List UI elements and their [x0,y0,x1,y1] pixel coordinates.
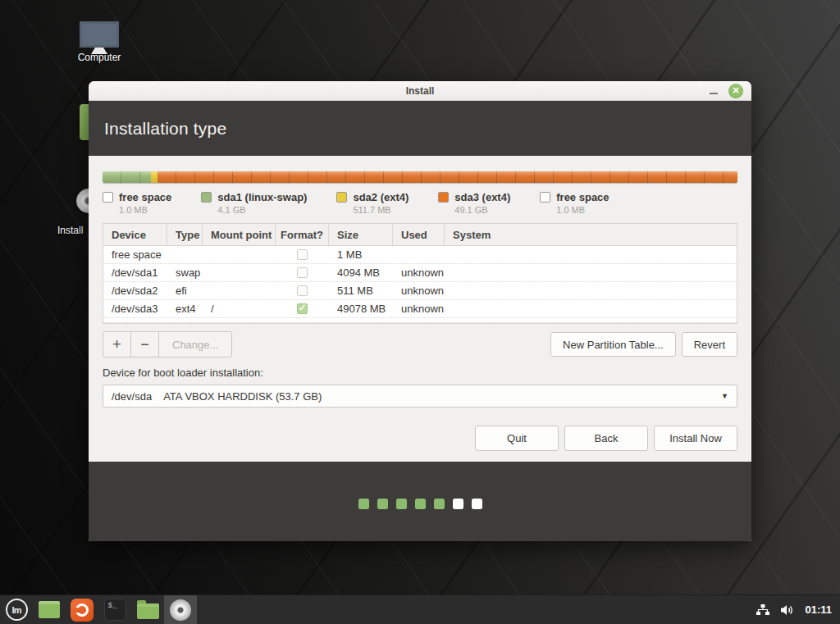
new-partition-table-button[interactable]: New Partition Table... [550,332,676,357]
legend-label: free space [119,191,171,203]
cell-device: /dev/sda3 [103,303,167,315]
boot-device-description: ATA VBOX HARDDISK (53.7 GB) [163,390,322,403]
legend-label: sda2 (ext4) [353,191,409,203]
cell-type: swap [167,266,203,279]
cell-type: ext4 [167,303,203,315]
cell-used: unknown [393,285,445,297]
cell-mount: / [203,303,276,315]
col-system: System [445,224,737,245]
window-title: Install [89,85,751,97]
toolbar-right: New Partition Table... Revert [550,332,737,357]
window-content: free space 1.0 MB sda1 (linux-swap) 4.1 … [89,156,751,462]
format-checkbox[interactable] [297,267,308,278]
progress-dot [472,499,482,509]
back-button[interactable]: Back [564,426,648,451]
cell-device: free space [103,248,167,261]
progress-dot [453,499,463,509]
remove-partition-button[interactable]: − [131,332,159,357]
table-row[interactable]: /dev/sda1 swap 4094 MB unknown [103,264,737,282]
volume-icon[interactable] [780,604,795,617]
window-titlebar[interactable]: Install ✕ [89,81,751,101]
cell-used: unknown [393,266,445,279]
show-desktop-icon [39,601,60,618]
show-desktop-button[interactable] [33,595,66,624]
progress-dot [377,499,388,509]
partition-toolbar: + − Change... New Partition Table... Rev… [103,331,737,358]
format-checkbox[interactable] [297,285,308,296]
partition-table: Device Type Mount point Format? Size Use… [103,223,737,324]
legend-size: 4.1 GB [217,205,307,215]
taskbar-clock[interactable]: 01:11 [805,604,832,616]
progress-dots [358,499,482,509]
taskbar: lm $_ [0,594,840,624]
col-size: Size [329,224,393,245]
partition-segment-sda3 [158,171,737,183]
add-partition-button[interactable]: + [103,332,131,357]
action-buttons: Quit Back Install Now [103,426,737,451]
installer-taskbar-item[interactable] [164,595,197,624]
cell-device: /dev/sda2 [103,285,167,297]
legend-item: sda1 (linux-swap) 4.1 GB [201,191,307,215]
quit-button[interactable]: Quit [475,426,559,451]
progress-dot [396,499,407,509]
format-checkbox[interactable] [297,249,308,260]
progress-dot [415,499,426,509]
network-icon[interactable] [756,604,770,617]
change-partition-button[interactable]: Change... [159,332,231,357]
col-used: Used [393,224,445,245]
boot-loader-label: Device for boot loader installation: [103,367,737,379]
folder-icon [137,604,159,619]
legend-label: sda3 (ext4) [454,191,510,203]
legend-label: free space [556,191,609,203]
install-icon-label: Install [57,225,83,236]
col-type: Type [167,224,203,245]
legend-item: free space 1.0 MB [103,191,171,215]
table-row[interactable]: /dev/sda3 ext4 / 49078 MB unknown [103,300,737,318]
firefox-launcher[interactable] [66,595,98,624]
install-now-button[interactable]: Install Now [654,426,737,451]
cell-type: efi [167,285,203,297]
table-row-partial [103,318,737,323]
files-launcher[interactable] [131,595,164,624]
legend-label: sda1 (linux-swap) [217,191,307,203]
col-mount-point: Mount point [203,224,276,245]
terminal-launcher[interactable]: $_ [98,595,131,624]
minimize-button[interactable] [710,93,718,94]
taskbar-launchers: lm $_ [0,595,197,624]
chevron-down-icon: ▼ [721,392,728,400]
page-title: Installation type [104,119,226,139]
terminal-icon: $_ [104,599,126,621]
partition-legend: free space 1.0 MB sda1 (linux-swap) 4.1 … [103,191,737,215]
format-checkbox[interactable] [297,303,308,314]
legend-size: 1.0 MB [119,205,171,215]
legend-item: sda3 (ext4) 49.1 GB [438,191,510,215]
close-button[interactable]: ✕ [728,84,743,98]
col-device: Device [103,224,167,245]
mint-menu-button[interactable]: lm [0,595,33,624]
legend-size: 49.1 GB [454,205,510,215]
page-header: Installation type [89,101,751,156]
sda1-swatch [201,192,212,203]
col-format: Format? [276,224,329,245]
desktop-icon-computer[interactable]: Computer [62,21,136,63]
partition-bar [103,171,737,183]
cell-used: unknown [393,303,445,315]
table-row[interactable]: free space 1 MB [103,246,737,264]
legend-size: 511.7 MB [353,205,409,215]
legend-item: sda2 (ext4) 511.7 MB [336,191,409,215]
free-space-swatch [103,192,113,203]
legend-size: 1.0 MB [556,205,609,215]
progress-footer [89,462,751,541]
cell-size: 4094 MB [329,266,393,279]
boot-device-dropdown[interactable]: /dev/sda ATA VBOX HARDDISK (53.7 GB) ▼ [103,385,737,408]
revert-button[interactable]: Revert [682,332,737,357]
computer-monitor-icon [80,21,119,48]
taskbar-tray: 01:11 [756,595,840,624]
partition-segment-sda2 [151,171,158,183]
progress-dot [358,499,369,509]
free-space-swatch [540,192,550,203]
mint-logo-icon: lm [6,599,28,621]
window-controls: ✕ [710,84,751,98]
installer-window: Install ✕ Installation type free space 1… [89,81,751,541]
table-row[interactable]: /dev/sda2 efi 511 MB unknown [103,282,737,300]
